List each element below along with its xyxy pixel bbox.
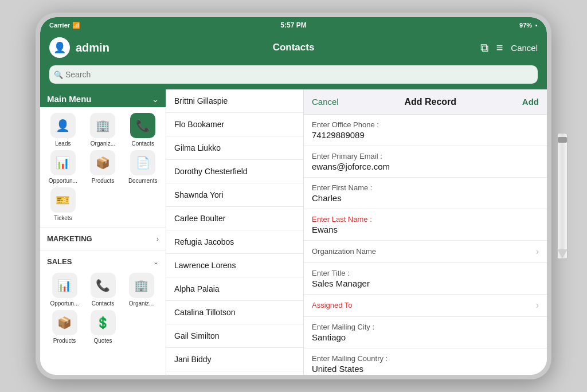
modal-header: Cancel Add Record Add (304, 89, 547, 115)
search-icon: 🔍 (54, 70, 63, 79)
documents-label: Documents (128, 178, 158, 184)
contact-item[interactable]: Refugia Jacobos (166, 230, 303, 254)
main-content: Main Menu ⌄ 👤 Leads 🏢 Organiz... (40, 89, 547, 375)
mailing-country-field: Enter Mailing Country : United States (304, 348, 547, 375)
main-menu-header[interactable]: Main Menu ⌄ (40, 89, 166, 107)
primary-email-value[interactable]: ewans@joforce.com (312, 162, 539, 171)
sales-chevron-icon: ⌄ (153, 258, 159, 266)
modal-cancel-button[interactable]: Cancel (304, 89, 347, 114)
contact-item[interactable]: Catalina Tillotson (166, 301, 303, 324)
sales-item-contacts[interactable]: 📞 Contacts (85, 273, 120, 307)
contact-item[interactable]: Shawnda Yori (166, 183, 303, 207)
first-name-value[interactable]: Charles (312, 193, 539, 203)
contact-item[interactable]: Flo Bookamer (166, 113, 303, 136)
user-name: admin (76, 41, 109, 54)
office-phone-label: Enter Office Phone : (312, 120, 539, 129)
sales-section: SALES ⌄ 📊 Opportun... 📞 Contacts (40, 250, 166, 353)
sidebar-item-opportunities[interactable]: 📊 Opportun... (45, 150, 81, 184)
mailing-city-label: Enter Mailing City : (312, 323, 539, 331)
sales-products-label: Products (53, 338, 76, 344)
contact-item[interactable]: Gilma Liukko (166, 136, 303, 160)
main-menu-title: Main Menu (47, 94, 92, 104)
last-name-field: Enter Last Name : Ewans (304, 209, 547, 241)
mailing-country-value[interactable]: United States (312, 364, 539, 374)
layers-icon[interactable]: ⧉ (480, 41, 488, 54)
contact-item[interactable]: Jani Biddy (166, 348, 303, 371)
apple-pencil (557, 133, 568, 259)
contact-item[interactable]: Dorothy Chesterfield (166, 160, 303, 183)
office-phone-value[interactable]: 74129889089 (312, 130, 539, 140)
documents-icon: 📄 (136, 156, 150, 170)
contacts-list: Brittni Gillaspie Flo Bookamer Gilma Liu… (166, 89, 304, 375)
sales-item-products[interactable]: 📦 Products (47, 310, 82, 344)
app-header: 👤 admin Contacts ⧉ ≡ Cancel (40, 33, 547, 62)
marketing-header[interactable]: MARKETING › (47, 232, 159, 245)
sales-orgs-label: Organiz... (129, 300, 154, 307)
sidebar-item-leads[interactable]: 👤 Leads (45, 113, 81, 147)
menu-chevron-icon: ⌄ (152, 95, 159, 104)
avatar: 👤 (49, 37, 70, 58)
assigned-to-field[interactable]: Assigned To › (304, 295, 547, 317)
last-name-label: Enter Last Name : (312, 215, 539, 224)
sidebar-item-organizations[interactable]: 🏢 Organiz... (85, 113, 122, 147)
organization-name-label: Organization Name (312, 247, 376, 256)
filter-icon[interactable]: ≡ (496, 41, 503, 54)
wifi-icon: 📶 (72, 22, 80, 29)
tickets-icon: 🎫 (56, 193, 70, 207)
sales-orgs-icon: 🏢 (134, 279, 148, 292)
modal-add-button[interactable]: Add (514, 89, 547, 114)
contact-item[interactable]: Alpha Palaia (166, 277, 303, 301)
status-bar: Carrier 📶 5:57 PM 97% ▪ (40, 17, 547, 33)
contact-item[interactable]: Lawrence Lorens (166, 254, 303, 277)
sales-title: SALES (47, 257, 72, 266)
title-label: Enter Title : (312, 269, 539, 277)
header-cancel-button[interactable]: Cancel (511, 43, 538, 53)
opportunities-icon: 📊 (56, 156, 70, 170)
form-panel: Cancel Add Record Add Enter Office Phone… (304, 89, 547, 375)
organizations-icon: 🏢 (96, 119, 110, 132)
contacts-icon: 📞 (136, 119, 150, 132)
sales-opps-label: Opportun... (50, 300, 79, 307)
contact-item[interactable]: Gail Similton (166, 324, 303, 348)
first-name-field: Enter First Name : Charles (304, 178, 547, 209)
assigned-to-label: Assigned To (312, 301, 353, 309)
primary-email-label: Enter Primary Email : (312, 152, 539, 160)
first-name-label: Enter First Name : (312, 183, 539, 192)
contacts-label: Contacts (131, 140, 154, 147)
title-field: Enter Title : Sales Manager (304, 263, 547, 295)
last-name-value[interactable]: Ewans (312, 225, 539, 234)
sales-grid: 📊 Opportun... 📞 Contacts 🏢 Organiz... (47, 268, 159, 348)
pencil-tip (557, 249, 568, 258)
contact-item[interactable]: Brittni Gillaspie (166, 89, 303, 113)
sales-item-opportunities[interactable]: 📊 Opportun... (47, 273, 82, 307)
sales-item-quotes[interactable]: 💲 Quotes (85, 310, 120, 344)
sales-quotes-label: Quotes (93, 338, 112, 344)
contact-item[interactable]: Carlee Boulter (166, 207, 303, 230)
marketing-section: MARKETING › (40, 227, 166, 250)
organizations-label: Organiz... (91, 140, 115, 147)
sales-header[interactable]: SALES ⌄ (47, 255, 159, 268)
add-record-modal: Cancel Add Record Add Enter Office Phone… (304, 89, 547, 375)
mailing-country-label: Enter Mailing Country : (312, 354, 539, 363)
carrier-label: Carrier (49, 22, 70, 29)
sidebar-item-documents[interactable]: 📄 Documents (124, 150, 161, 184)
marketing-chevron-icon: › (156, 235, 159, 243)
organization-name-field[interactable]: Organization Name › (304, 241, 547, 263)
search-input[interactable] (49, 65, 538, 84)
sidebar-item-contacts[interactable]: 📞 Contacts (124, 113, 161, 147)
mailing-city-value[interactable]: Santiago (312, 332, 539, 342)
sales-contacts-icon: 📞 (96, 279, 110, 292)
page-title: Contacts (273, 42, 315, 53)
sales-opps-icon: 📊 (57, 279, 72, 292)
mailing-city-field: Enter Mailing City : Santiago (304, 317, 547, 348)
sidebar-item-tickets[interactable]: 🎫 Tickets (45, 187, 81, 221)
marketing-title: MARKETING (47, 234, 92, 243)
leads-icon: 👤 (56, 119, 70, 132)
products-icon: 📦 (96, 156, 110, 170)
products-label: Products (92, 178, 114, 184)
sales-products-icon: 📦 (57, 316, 72, 330)
sidebar-item-products[interactable]: 📦 Products (85, 150, 122, 184)
contact-item[interactable]: Dorothy Chesterfield (166, 371, 303, 375)
sales-item-organizations[interactable]: 🏢 Organiz... (124, 273, 159, 307)
title-value[interactable]: Sales Manager (312, 279, 539, 288)
